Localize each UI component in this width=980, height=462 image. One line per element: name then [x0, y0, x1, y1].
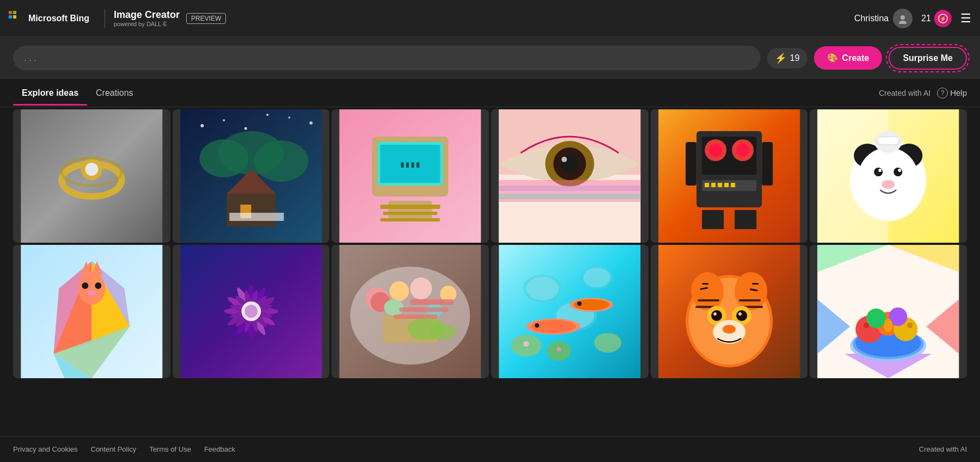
svg-point-106 — [244, 305, 258, 318]
svg-point-75 — [882, 180, 895, 189]
svg-point-86 — [78, 272, 105, 305]
bing-logo[interactable]: Microsoft Bing — [9, 11, 89, 26]
svg-point-176 — [864, 323, 869, 328]
image-card-koi[interactable] — [491, 245, 648, 378]
svg-rect-151 — [739, 299, 761, 301]
svg-point-11 — [85, 163, 98, 176]
svg-point-16 — [244, 127, 247, 130]
svg-point-134 — [577, 301, 581, 306]
svg-point-91 — [87, 290, 96, 295]
svg-point-158 — [738, 312, 742, 316]
image-card-fox[interactable] — [13, 245, 170, 378]
username: Christina — [854, 14, 889, 23]
tab-creations[interactable]: Creations — [87, 81, 142, 106]
create-button[interactable]: 🎨 Create — [814, 46, 883, 70]
search-bar-container: ... ⚡ 19 🎨 Create Surprise Me — [0, 37, 980, 79]
explore-ideas-label: Explore ideas — [22, 88, 78, 97]
header-right: Christina 21 ⚡ ☰ — [854, 9, 971, 28]
coins-count: 21 — [921, 14, 931, 23]
menu-icon[interactable]: ☰ — [960, 11, 971, 26]
svg-rect-77 — [878, 137, 899, 145]
svg-rect-34 — [383, 212, 438, 215]
image-card-fruit[interactable] — [810, 245, 967, 378]
svg-point-19 — [266, 114, 268, 116]
svg-point-114 — [384, 299, 404, 316]
search-input-wrapper[interactable]: ... — [13, 46, 761, 70]
footer: Privacy and Cookies Content Policy Terms… — [0, 436, 980, 462]
powered-by-text: powered by DALL·E — [114, 21, 180, 27]
svg-rect-59 — [685, 142, 696, 186]
preview-badge: PREVIEW — [186, 13, 226, 24]
svg-point-18 — [309, 121, 313, 125]
terms-of-use-link[interactable]: Terms of Use — [149, 445, 191, 453]
footer-created-with-ai: Created with AI — [919, 445, 967, 453]
image-card-flower[interactable] — [173, 245, 330, 378]
svg-point-73 — [879, 169, 882, 172]
svg-point-17 — [288, 116, 290, 119]
image-card-ring[interactable] — [13, 109, 170, 243]
images-grid: █ █ █ █ — [0, 107, 980, 380]
svg-point-121 — [430, 324, 457, 340]
svg-rect-117 — [411, 299, 454, 305]
user-section: Christina — [854, 9, 912, 28]
svg-point-52 — [736, 144, 749, 157]
svg-point-14 — [200, 124, 204, 127]
svg-rect-55 — [711, 183, 715, 187]
svg-point-157 — [713, 312, 716, 316]
creations-label: Creations — [96, 88, 133, 97]
svg-rect-44 — [499, 186, 640, 191]
svg-point-74 — [898, 169, 902, 172]
svg-point-126 — [526, 276, 559, 300]
svg-rect-119 — [394, 315, 438, 319]
svg-point-42 — [561, 157, 567, 162]
svg-point-175 — [884, 319, 893, 332]
help-label: Help — [950, 88, 967, 97]
svg-point-156 — [736, 310, 747, 321]
svg-rect-26 — [229, 213, 284, 221]
image-card-charcuterie[interactable] — [332, 245, 489, 378]
svg-rect-145 — [702, 283, 708, 285]
svg-rect-53 — [702, 180, 756, 191]
image-creator-info: Image Creator powered by DALL·E — [114, 9, 180, 27]
svg-rect-149 — [697, 299, 719, 301]
image-card-computer[interactable]: █ █ █ █ — [332, 109, 489, 243]
svg-point-71 — [874, 168, 883, 176]
bing-logo-text: Microsoft Bing — [28, 14, 89, 23]
svg-rect-3 — [13, 15, 16, 19]
feedback-link[interactable]: Feedback — [204, 445, 235, 453]
svg-point-68 — [859, 147, 918, 207]
svg-point-90 — [95, 282, 101, 289]
image-card-cabin[interactable] — [173, 109, 330, 243]
help-button[interactable]: ? Help — [937, 88, 967, 98]
image-card-eye[interactable] — [491, 109, 648, 243]
image-card-robot[interactable] — [651, 109, 808, 243]
svg-point-160 — [722, 325, 736, 334]
user-avatar[interactable] — [893, 9, 912, 28]
svg-point-133 — [535, 323, 539, 328]
svg-point-22 — [254, 140, 308, 182]
create-btn-icon: 🎨 — [827, 53, 838, 63]
svg-rect-56 — [718, 183, 722, 187]
help-circle-icon: ? — [937, 88, 948, 98]
image-card-tiger[interactable] — [651, 245, 808, 378]
image-creator-title: Image Creator — [114, 9, 180, 21]
privacy-cookies-link[interactable]: Privacy and Cookies — [13, 445, 78, 453]
svg-point-139 — [556, 347, 561, 352]
surprise-me-button[interactable]: Surprise Me — [889, 47, 967, 70]
tab-explore-ideas[interactable]: Explore ideas — [13, 81, 87, 106]
svg-point-137 — [594, 333, 621, 353]
coins-icon[interactable]: ⚡ — [934, 10, 952, 27]
svg-rect-61 — [702, 210, 724, 229]
svg-point-72 — [894, 168, 903, 176]
boost-badge: ⚡ 19 — [767, 48, 807, 69]
boost-count: 19 — [790, 53, 800, 63]
image-card-panda[interactable] — [810, 109, 967, 243]
svg-rect-118 — [400, 307, 449, 312]
svg-point-127 — [583, 268, 610, 287]
svg-point-21 — [199, 139, 248, 177]
coins-section: 21 ⚡ — [921, 10, 952, 27]
content-policy-link[interactable]: Content Policy — [91, 445, 137, 453]
create-btn-label: Create — [842, 53, 869, 63]
header: Microsoft Bing Image Creator powered by … — [0, 0, 980, 37]
svg-rect-45 — [499, 194, 640, 199]
